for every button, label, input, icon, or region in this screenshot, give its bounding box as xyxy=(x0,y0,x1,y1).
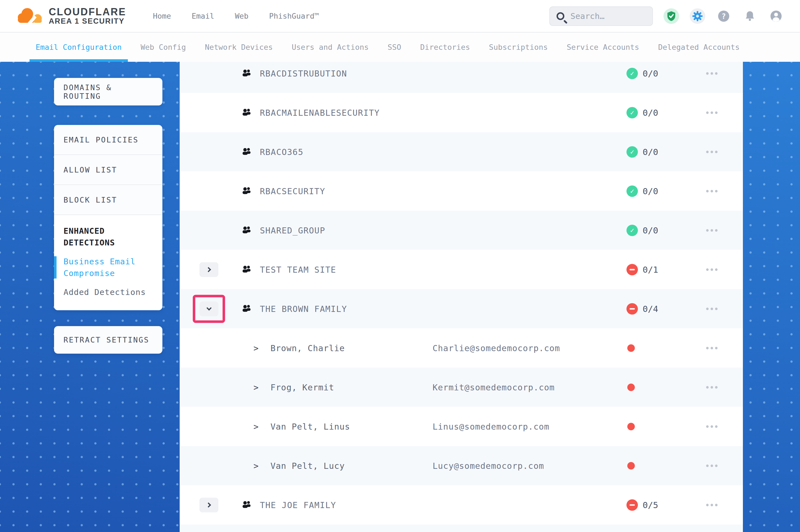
enhanced-detections-section: ENHANCED DETECTIONS Business Email Compr… xyxy=(54,215,162,310)
member-email: Kermit@somedemocorp.com xyxy=(433,382,554,392)
group-people-icon xyxy=(242,186,252,196)
group-row: TEST TEAM SITE0/1 xyxy=(180,250,743,289)
group-row: SHARED_GROUP0/0 xyxy=(180,211,743,250)
group-people-icon xyxy=(242,69,252,78)
collapse-group-button[interactable] xyxy=(199,301,218,316)
member-row: >Frog, KermitKermit@somedemocorp.com xyxy=(180,367,743,407)
sidebar-link-added-detections[interactable]: Added Detections xyxy=(63,286,153,298)
nav-item-phishguard[interactable]: PhishGuard™ xyxy=(269,12,319,20)
row-actions-menu[interactable] xyxy=(706,307,717,310)
search-input[interactable] xyxy=(570,12,646,21)
row-actions-menu[interactable] xyxy=(706,111,717,114)
nav-item-home[interactable]: Home xyxy=(153,12,171,20)
tab-delegated-accounts[interactable]: Delegated Accounts xyxy=(652,33,746,62)
row-actions-menu[interactable] xyxy=(706,229,717,231)
sidebar-item-block-list[interactable]: BLOCK LIST xyxy=(54,185,162,214)
help-icon[interactable]: ? xyxy=(716,8,731,24)
sidebar-link-business-email-compromise[interactable]: Business Email Compromise xyxy=(63,256,153,279)
member-expand-caret[interactable]: > xyxy=(254,421,258,431)
group-row: THE BROWN FAMILY0/4 xyxy=(180,289,743,328)
status-ok-badge xyxy=(626,68,638,79)
domains-routing-label: DOMAINS & ROUTING xyxy=(63,83,153,100)
search-box[interactable] xyxy=(549,6,653,26)
tab-subscriptions[interactable]: Subscriptions xyxy=(483,33,554,62)
tab-network-devices[interactable]: Network Devices xyxy=(199,33,279,62)
group-people-icon xyxy=(242,304,252,314)
status-blocked-badge xyxy=(626,303,638,315)
row-actions-menu[interactable] xyxy=(706,347,717,349)
status-ok-badge xyxy=(626,146,638,157)
group-name: THE BROWN FAMILY xyxy=(260,304,347,314)
row-actions-menu[interactable] xyxy=(706,268,717,271)
row-actions-menu[interactable] xyxy=(706,72,717,75)
member-status-dot xyxy=(627,423,635,430)
sidebar-item-label: ALLOW LIST xyxy=(63,166,117,174)
secondary-tab-bar: Email ConfigurationWeb ConfigNetwork Dev… xyxy=(0,33,800,62)
sidebar-item-email-policies[interactable]: EMAIL POLICIES xyxy=(54,125,162,154)
expand-group-button[interactable] xyxy=(199,497,218,512)
group-name: RBACMAILENABLESECURITY xyxy=(260,108,380,117)
tab-web-config[interactable]: Web Config xyxy=(134,33,192,62)
tab-users-and-actions[interactable]: Users and Actions xyxy=(286,33,375,62)
expand-group-button[interactable] xyxy=(199,262,218,277)
settings-gear-icon[interactable] xyxy=(690,8,705,24)
member-name: Van Pelt, Lucy xyxy=(271,461,345,471)
group-count: 0/4 xyxy=(643,304,658,314)
row-actions-menu[interactable] xyxy=(706,464,717,467)
row-actions-menu[interactable] xyxy=(706,425,717,428)
member-expand-caret[interactable]: > xyxy=(254,461,258,471)
enhanced-detections-heading: ENHANCED DETECTIONS xyxy=(63,225,153,248)
top-header: CLOUDFLARE AREA 1 SECURITY HomeEmailWebP… xyxy=(0,0,800,33)
group-row: RBACO3650/0 xyxy=(180,132,743,171)
member-status-dot xyxy=(627,344,635,352)
row-actions-menu[interactable] xyxy=(706,190,717,192)
nav-item-web[interactable]: Web xyxy=(235,12,249,20)
member-email: Charlie@somedemocorp.com xyxy=(433,343,560,353)
nav-item-email[interactable]: Email xyxy=(192,12,214,20)
cloudflare-cloud-icon xyxy=(16,7,45,25)
group-count: 0/0 xyxy=(643,147,658,157)
cloudflare-logo[interactable]: CLOUDFLARE AREA 1 SECURITY xyxy=(16,6,126,25)
row-actions-menu[interactable] xyxy=(706,151,717,153)
tab-email-configuration[interactable]: Email Configuration xyxy=(30,33,128,62)
sidebar-item-label: EMAIL POLICIES xyxy=(63,135,139,144)
security-shield-icon[interactable] xyxy=(663,8,679,24)
sidebar-item-allow-list[interactable]: ALLOW LIST xyxy=(54,155,162,185)
group-row: THE JOE FAMILY0/5 xyxy=(180,485,743,525)
status-ok-badge xyxy=(626,225,638,236)
primary-nav: HomeEmailWebPhishGuard™ xyxy=(153,12,319,20)
group-name: SHARED_GROUP xyxy=(260,225,325,235)
status-blocked-badge xyxy=(626,499,638,511)
sidebar-card-domains-routing[interactable]: DOMAINS & ROUTING xyxy=(54,78,162,106)
group-count: 0/0 xyxy=(643,225,658,235)
group-name: RBACSECURITY xyxy=(260,186,325,196)
group-count: 0/0 xyxy=(643,186,658,196)
member-row: >Van Pelt, LucyLucy@somedemocorp.com xyxy=(180,446,743,485)
member-name: Brown, Charlie xyxy=(271,343,345,353)
group-people-icon xyxy=(242,265,252,274)
member-row: >Van Pelt, LinusLinus@somedemocorp.com xyxy=(180,407,743,446)
member-expand-caret[interactable]: > xyxy=(254,343,258,353)
tab-sso[interactable]: SSO xyxy=(382,33,407,62)
notifications-bell-icon[interactable] xyxy=(742,8,758,24)
row-actions-menu[interactable] xyxy=(706,504,717,506)
sidebar-card-email-policies: EMAIL POLICIESALLOW LISTBLOCK LIST ENHAN… xyxy=(54,125,162,310)
group-name: THE JOE FAMILY xyxy=(260,500,336,510)
member-status-dot xyxy=(627,383,635,391)
member-email: Lucy@somedemocorp.com xyxy=(433,461,544,471)
group-row: RBACDISTRUBUTION0/0 xyxy=(180,62,743,93)
group-row: RBACMAILENABLESECURITY0/0 xyxy=(180,93,743,132)
member-name: Frog, Kermit xyxy=(271,382,334,392)
sidebar-item-label: BLOCK LIST xyxy=(63,196,117,204)
sidebar-card-retract-settings[interactable]: RETRACT SETTINGS xyxy=(54,326,162,354)
group-count: 0/0 xyxy=(643,108,658,118)
group-people-icon xyxy=(242,226,252,235)
tab-directories[interactable]: Directories xyxy=(414,33,476,62)
row-actions-menu[interactable] xyxy=(706,386,717,388)
member-expand-caret[interactable]: > xyxy=(254,382,258,392)
group-name: RBACDISTRUBUTION xyxy=(260,69,347,78)
groups-table-panel: RBACDISTRUBUTION0/0RBACMAILENABLESECURIT… xyxy=(180,62,743,532)
group-count: 0/1 xyxy=(643,265,658,274)
account-icon[interactable] xyxy=(768,8,784,24)
tab-service-accounts[interactable]: Service Accounts xyxy=(561,33,646,62)
